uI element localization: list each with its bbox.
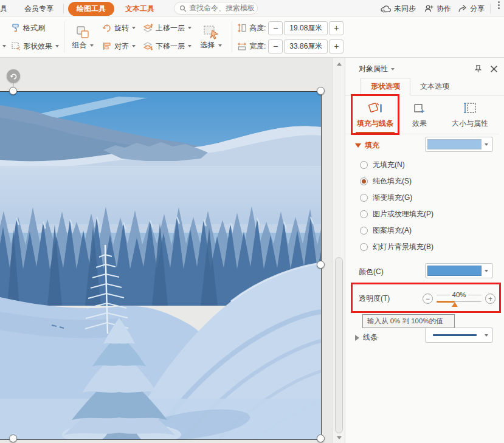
slider-thumb[interactable]: [452, 302, 458, 307]
width-label: 宽度:: [249, 41, 266, 52]
tab-draw-tools[interactable]: 绘图工具: [68, 2, 114, 16]
search-icon: [179, 5, 187, 12]
toolbar-separator: [232, 21, 232, 53]
slide-canvas[interactable]: [0, 58, 333, 443]
group-objects-icon: [75, 24, 91, 40]
format-painter-button[interactable]: 格式刷: [11, 19, 59, 36]
nav-effects[interactable]: 效果: [402, 95, 437, 134]
object-properties-panel: 对象属性 形状选项 文本选项 填充与线条 效果: [345, 58, 504, 443]
radio-picture-texture-fill[interactable]: 图片或纹理填充(P): [360, 206, 433, 222]
radio-gradient-fill[interactable]: 渐变填充(G): [360, 190, 433, 206]
radio-circle: [360, 243, 368, 251]
tab-text-options[interactable]: 文本选项: [410, 78, 459, 95]
more-options-button[interactable]: [495, 0, 502, 17]
dropdown-arrow-icon: [485, 270, 488, 272]
scrollbar-thumb[interactable]: [335, 257, 343, 433]
radio-slide-background-fill[interactable]: 幻灯片背景填充(B): [360, 239, 433, 255]
nav-fill-and-line[interactable]: 填充与线条: [352, 95, 398, 134]
resize-handle-top[interactable]: [9, 87, 17, 95]
group-button[interactable]: 组合: [69, 19, 96, 55]
color-dropdown[interactable]: [425, 263, 493, 278]
fill-section-header[interactable]: 填充: [355, 140, 379, 151]
bring-forward-button[interactable]: 上移一层: [143, 19, 192, 36]
cloud-sync-icon: [381, 5, 391, 13]
shape-effects-button[interactable]: 形状效果: [11, 38, 59, 55]
command-search-input[interactable]: 查找命令、搜索模板: [174, 2, 258, 15]
resize-handle-bottom-right[interactable]: [317, 434, 325, 442]
line-style-dropdown[interactable]: [425, 328, 493, 343]
pin-panel-icon[interactable]: [474, 64, 483, 74]
canvas-vertical-scrollbar[interactable]: [333, 58, 345, 443]
titlebar-separator: [490, 4, 491, 13]
select-cursor-icon: [202, 24, 219, 40]
collaborate-button[interactable]: 协作: [424, 0, 451, 17]
radio-circle: [360, 210, 368, 218]
title-bar: 具 会员专享 绘图工具 文本工具 查找命令、搜索模板 未同步 协作 分享: [0, 0, 504, 17]
dropdown-arrow-icon: [485, 143, 488, 146]
align-button[interactable]: 对齐: [102, 38, 136, 55]
panel-tab-bar: 形状选项 文本选项: [345, 78, 504, 95]
rotate-button[interactable]: 旋转: [102, 19, 136, 36]
radio-pattern-fill[interactable]: 图案填充(A): [360, 222, 433, 239]
resize-handle-top-right[interactable]: [317, 87, 325, 95]
line-section-header[interactable]: 线条: [355, 332, 378, 343]
color-swatch: [427, 266, 482, 276]
value-line: [468, 295, 482, 295]
transparency-label: 透明度(T): [359, 294, 390, 304]
tab-shape-options[interactable]: 形状选项: [361, 78, 410, 95]
send-backward-button[interactable]: 下移一层: [143, 38, 192, 55]
rotate-handle[interactable]: [7, 69, 20, 83]
height-value-input[interactable]: 19.08厘米: [284, 21, 328, 35]
height-decrease-button[interactable]: −: [268, 21, 283, 35]
dropdown-arrow-icon: [90, 44, 94, 47]
effects-icon: [412, 101, 427, 115]
resize-handle-right[interactable]: [317, 261, 325, 269]
width-increase-button[interactable]: +: [329, 39, 343, 53]
line-preview: [427, 334, 482, 336]
width-decrease-button[interactable]: −: [268, 39, 283, 53]
close-panel-icon[interactable]: [490, 65, 498, 73]
radio-solid-fill[interactable]: 纯色填充(S): [360, 173, 433, 190]
send-backward-icon: [143, 41, 153, 51]
nav-size-and-properties[interactable]: 大小与属性: [441, 95, 499, 134]
radio-circle-selected: [360, 177, 368, 185]
dropdown-arrow-icon: [55, 45, 59, 47]
dropdown-arrow-icon: [188, 27, 192, 29]
fill-preview-dropdown[interactable]: [425, 137, 493, 152]
fill-color-swatch: [427, 139, 482, 149]
share-button[interactable]: 分享: [458, 0, 485, 17]
radio-no-fill[interactable]: 无填充(N): [360, 157, 433, 173]
panel-title-dropdown-icon[interactable]: [391, 68, 395, 70]
width-value-input[interactable]: 33.86厘米: [284, 39, 328, 53]
height-increase-button[interactable]: +: [329, 21, 343, 35]
panel-title: 对象属性: [359, 64, 388, 74]
resize-handle-bottom[interactable]: [9, 434, 17, 442]
wps-presentation-window: 具 会员专享 绘图工具 文本工具 查找命令、搜索模板 未同步 协作 分享: [0, 0, 504, 443]
section-collapsed-icon: [355, 335, 359, 341]
transparency-decrease-button[interactable]: −: [423, 294, 433, 304]
selected-picture-object[interactable]: [0, 91, 322, 440]
sync-status-button[interactable]: 未同步: [381, 0, 416, 17]
value-line: [437, 295, 450, 295]
scroll-down-arrow-icon[interactable]: [337, 436, 342, 439]
format-painter-icon: [11, 23, 21, 33]
menu-tab-member[interactable]: 会员专享: [24, 0, 54, 17]
main-area: 对象属性 形状选项 文本选项 填充与线条 效果: [0, 58, 504, 443]
dropdown-arrow-icon: [218, 44, 222, 47]
select-button[interactable]: 选择: [195, 19, 227, 55]
transparency-increase-button[interactable]: +: [485, 294, 495, 304]
share-icon: [458, 4, 467, 13]
transparency-tooltip: 输入从 0% 到 100%的值: [362, 314, 455, 328]
height-icon: [237, 23, 247, 33]
panel-nav: 填充与线条 效果 大小与属性: [345, 95, 499, 134]
dropdown-arrow-icon: [132, 45, 136, 47]
color-label: 颜色(C): [359, 267, 384, 277]
scroll-up-arrow-icon[interactable]: [337, 63, 342, 66]
transparency-row: 透明度(T) − 40% +: [359, 284, 495, 314]
section-expanded-icon: [355, 143, 361, 148]
titlebar-separator: [63, 4, 64, 13]
transparency-slider[interactable]: [437, 299, 482, 307]
tab-text-tools[interactable]: 文本工具: [125, 0, 154, 17]
cutoff-dropdown-arrow-icon[interactable]: [2, 45, 6, 47]
menu-tab-partial[interactable]: 具: [0, 0, 9, 17]
